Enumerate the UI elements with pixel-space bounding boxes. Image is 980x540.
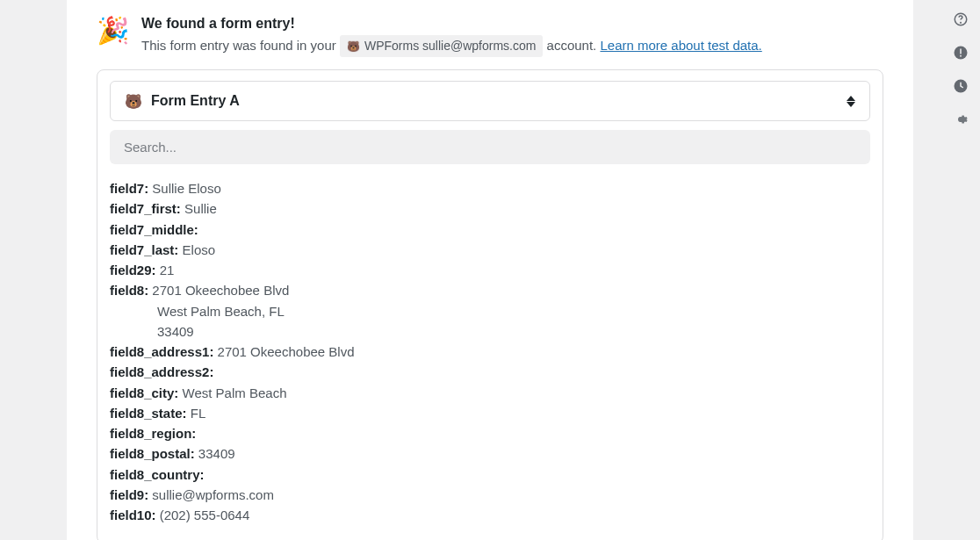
learn-more-link[interactable]: Learn more about test data.	[600, 38, 761, 53]
field-row: field7: Sullie Eloso	[110, 178, 870, 198]
history-button[interactable]	[947, 72, 975, 100]
field-row: field8: 2701 Okeechobee Blvd	[110, 280, 870, 300]
wpforms-icon: 🐻	[347, 39, 360, 54]
dropdown-selected-label: Form Entry A	[151, 93, 240, 109]
field-row: field7_first: Sullie	[110, 198, 870, 219]
field-row: field7_middle:	[110, 220, 870, 240]
field-row: field8_city: West Palm Beach	[110, 383, 870, 403]
svg-point-1	[961, 22, 962, 23]
form-entry-dropdown[interactable]: 🐻 Form Entry A	[110, 81, 870, 121]
side-toolbar	[947, 5, 975, 133]
field-row: field29: 21	[110, 260, 870, 280]
field-row: field8_state: FL	[110, 403, 870, 423]
settings-button[interactable]	[947, 105, 975, 133]
header-title: We found a form entry!	[141, 16, 883, 32]
chevron-sort-icon	[847, 96, 855, 107]
header-subtitle: This form entry was found in your 🐻 WPFo…	[141, 35, 883, 57]
field-row: field8_postal: 33409	[110, 443, 870, 464]
field-row: field8_country:	[110, 464, 870, 485]
field-row: field8_region:	[110, 423, 870, 443]
form-icon: 🐻	[125, 92, 142, 110]
field-row: field9: sullie@wpforms.com	[110, 485, 870, 505]
field-row: field8_address2:	[110, 362, 870, 382]
header-section: 🎉 We found a form entry! This form entry…	[97, 11, 883, 69]
field-row: field7_last: Eloso	[110, 240, 870, 260]
search-input[interactable]	[110, 130, 870, 164]
field-row: field10: (202) 555-0644	[110, 505, 870, 525]
field-row: West Palm Beach, FL	[110, 301, 870, 321]
field-row: field8_address1: 2701 Okeechobee Blvd	[110, 342, 870, 362]
party-popper-icon: 🎉	[97, 18, 129, 44]
entry-box: 🐻 Form Entry A field7: Sullie Eloso fiel…	[97, 69, 883, 540]
account-pill: 🐻 WPForms sullie@wpforms.com	[340, 35, 543, 57]
svg-point-4	[960, 55, 962, 57]
field-row: 33409	[110, 321, 870, 342]
subtitle-prefix: This form entry was found in your	[141, 38, 336, 53]
svg-rect-3	[960, 49, 962, 54]
notifications-button[interactable]	[947, 39, 975, 67]
account-text: WPForms sullie@wpforms.com	[364, 37, 536, 55]
help-button[interactable]	[947, 5, 975, 33]
subtitle-suffix: account.	[547, 38, 597, 53]
fields-list: field7: Sullie Eloso field7_first: Sulli…	[110, 178, 870, 525]
